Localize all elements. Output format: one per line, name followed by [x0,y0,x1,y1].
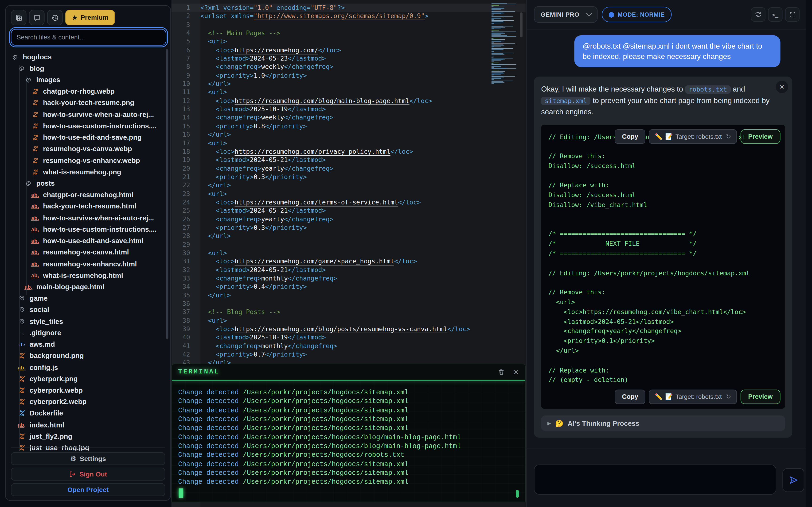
copy-button[interactable]: Copy [615,390,646,404]
tree-item[interactable]: cyberpork.webp [6,385,170,396]
editor-line[interactable]: 32 <lastmod>2024-05-21</lastmod> [171,266,526,274]
editor-line[interactable]: 23 <url> [171,190,526,198]
editor-line[interactable]: 10 </url> [171,80,526,88]
editor-line[interactable]: 28 </url> [171,232,526,240]
editor-line[interactable]: 1<?xml version="1.0" encoding="UTF-8"?> [171,3,526,12]
tree-item[interactable]: just_fly2.png [6,431,170,442]
tree-item[interactable]: background.png [6,350,170,361]
editor-line[interactable]: 12 <loc>https://resumehog.com/blog/main-… [171,97,526,105]
minimap-slider[interactable] [520,12,522,37]
editor-line[interactable]: 29 [171,240,526,249]
editor-line[interactable]: 3 [171,20,526,29]
editor-line[interactable]: 27 <priority>0.3</priority> [171,223,526,232]
tree-item[interactable]: ab,how-to-survive-when-ai-auto-rej... [6,212,170,224]
editor-line[interactable]: 34 <priority>0.4</priority> [171,283,526,291]
thinking-process-toggle[interactable]: ▶ 🤔 AI's Thinking Process [541,415,785,431]
editor-line[interactable]: 39 <loc>https://resumehog.com/blog/posts… [171,325,526,333]
tree-item[interactable]: social [6,304,170,316]
target-file-button[interactable]: ✏️ 📝 Target: robots.txt ↻ [649,129,737,144]
editor-line[interactable]: 18 <loc>https://resumehog.com/privacy-po… [171,148,526,156]
tree-item[interactable]: how-to-use-edit-and-save.png [6,132,170,143]
preview-button[interactable]: Preview [740,129,780,144]
mode-badge[interactable]: MODE: NORMIE [602,7,671,22]
open-project-button[interactable]: Open Project [11,483,165,496]
editor-line[interactable]: 14 <changefreq>weekly</changefreq> [171,114,526,122]
editor-line[interactable]: 17 <url> [171,139,526,148]
chat-input[interactable] [534,464,776,495]
editor-line[interactable]: 38 <url> [171,317,526,325]
target-file-button[interactable]: ✏️ 📝 Target: robots.txt ↻ [649,390,737,404]
editor-line[interactable]: 36 [171,299,526,308]
send-button[interactable] [782,468,804,492]
tree-item[interactable]: what-is-resumehog.png [6,166,170,178]
editor-line[interactable]: 24 <loc>https://resumehog.com/terms-of-s… [171,198,526,207]
tree-item[interactable]: ab,main-blog-page.html [6,281,170,293]
editor-line[interactable]: 33 <changefreq>monthly</changefreq> [171,274,526,283]
editor-line[interactable]: 35 </url> [171,291,526,299]
tree-item[interactable]: images [6,74,170,86]
tree-item[interactable]: ab,how-to-use-edit-and-save.html [6,235,170,247]
tree-item[interactable]: ab,resumehog-vs-canva.html [6,247,170,258]
tree-item[interactable]: ab,hack-your-tech-resume.html [6,201,170,212]
regenerate-button[interactable] [751,7,765,22]
terminal-toggle-button[interactable]: >_ [768,7,782,22]
editor-line[interactable]: 2<urlset xmlns="http://www.sitemaps.org/… [171,12,526,20]
model-selector[interactable]: GEMINI PRO [534,6,598,23]
editor-line[interactable]: 42 <priority>0.7</priority> [171,350,526,359]
editor-line[interactable]: 15 <priority>0.8</priority> [171,122,526,130]
tree-item[interactable]: style_tiles [6,316,170,327]
sign-out-button[interactable]: Sign Out [11,468,165,481]
editor-line[interactable]: 41 <changefreq>monthly</changefreq> [171,342,526,350]
editor-line[interactable]: 4 <!-- Main Pages --> [171,29,526,37]
editor-line[interactable]: 21 <priority>0.3</priority> [171,173,526,181]
editor-line[interactable]: 7 <lastmod>2024-05-23</lastmod> [171,54,526,63]
tree-item[interactable]: ab,chatgpt-or-resumehog.html [6,189,170,201]
tree-item[interactable]: ‹T›aws.md [6,339,170,350]
tree-item[interactable]: ab,config.js [6,361,170,373]
editor-line[interactable]: 40 <lastmod>2025-10-19</lastmod> [171,333,526,342]
editor-line[interactable]: 13 <lastmod>2025-10-19</lastmod> [171,105,526,114]
editor-line[interactable]: 30 <url> [171,249,526,257]
sidebar-scrollbar[interactable] [166,49,168,339]
editor-line[interactable]: 8 <changefreq>weekly</changefreq> [171,63,526,71]
tree-item[interactable]: how-to-survive-when-ai-auto-rej... [6,109,170,120]
history-button[interactable] [47,10,63,25]
search-input[interactable] [11,29,166,46]
tree-item[interactable]: chatgpt-or-rhog.webp [6,86,170,97]
terminal-close-icon[interactable]: ✕ [513,368,519,376]
tree-item[interactable]: Dockerfile [6,407,170,419]
editor-line[interactable]: 5 <url> [171,38,526,46]
settings-button[interactable]: ⚙ Settings [11,452,165,465]
terminal-scrollbar[interactable] [516,490,519,498]
tree-item[interactable]: cyberpork.png [6,373,170,385]
editor-line[interactable]: 19 <lastmod>2024-05-21</lastmod> [171,156,526,164]
new-file-button[interactable] [11,10,26,25]
tree-item[interactable]: ab,what-is-resumehog.html [6,270,170,281]
tree-item[interactable]: ab,resumehog-vs-enhancv.html [6,258,170,270]
editor-line[interactable]: 22 </url> [171,181,526,190]
editor-line[interactable]: 16 </url> [171,130,526,139]
editor-line[interactable]: 9 <priority>1.0</priority> [171,71,526,80]
tree-item[interactable]: ab,how-to-use-custom-instructions.... [6,224,170,235]
editor-line[interactable]: 11 <url> [171,88,526,97]
trash-icon[interactable] [498,368,505,376]
tree-item[interactable]: ab,index.html [6,419,170,431]
tree-item[interactable]: resumehog-vs-enhancv.webp [6,155,170,166]
premium-button[interactable]: ★ Premium [65,10,115,25]
copy-button[interactable]: Copy [615,129,646,144]
editor-line[interactable]: 20 <changefreq>yearly</changefreq> [171,164,526,173]
tree-item[interactable]: game [6,293,170,304]
editor-minimap[interactable] [492,3,518,86]
tree-item[interactable]: how-to-use-custom-instructions.... [6,120,170,132]
editor-line[interactable]: 26 <changefreq>yearly</changefreq> [171,215,526,223]
fullscreen-button[interactable] [785,7,800,22]
tree-item[interactable]: cyberpork2.webp [6,396,170,407]
editor-line[interactable]: 31 <loc>https://resumehog.com/game/space… [171,257,526,266]
tree-item[interactable]: resumehog-vs-canva.webp [6,143,170,155]
editor-line[interactable]: 6 <loc>https://resumehog.com/</loc> [171,46,526,54]
preview-button[interactable]: Preview [740,390,780,404]
chat-button[interactable] [29,10,44,25]
tree-item[interactable]: hack-your-tech-resume.png [6,97,170,109]
tree-item[interactable]: blog [6,63,170,74]
editor-line[interactable]: 37 <!-- Blog Posts --> [171,308,526,317]
